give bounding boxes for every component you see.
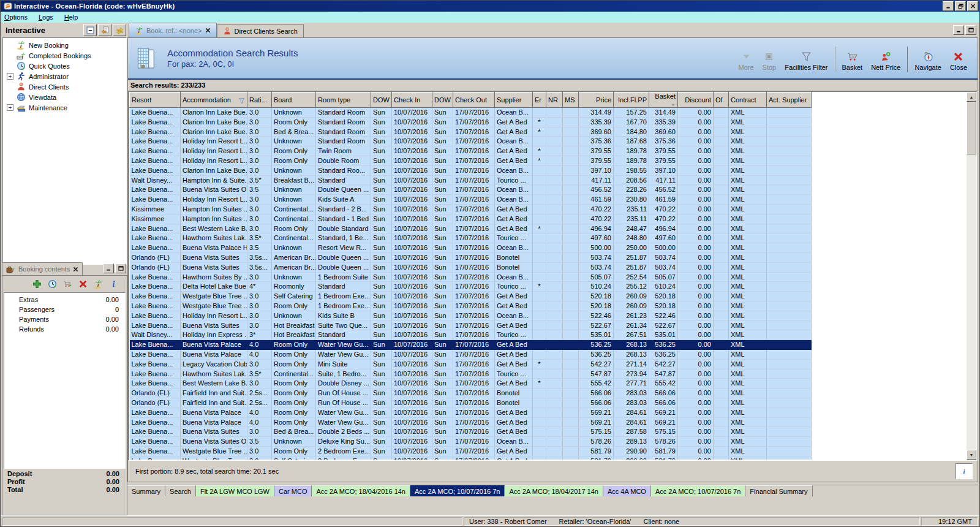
column-header-dow[interactable]: DOW [432, 93, 453, 108]
column-header-rati[interactable]: Rati... [247, 93, 272, 108]
column-header-ms[interactable]: MS [563, 93, 579, 108]
bottom-tab-flt-2a-lgw-mco-lgw[interactable]: Flt 2A LGW MCO LGW [196, 485, 274, 496]
titlebar[interactable]: Interactive - Ocean-Florida (code: wHvEB… [1, 1, 979, 12]
close-icon[interactable] [967, 1, 978, 11]
bottom-tab-acc-2a-mco-10-07-2016-7n[interactable]: Acc 2A MCO; 10/07/2016 7n [410, 485, 505, 496]
sidebar-item-quick-quotes[interactable]: Quick Quotes [3, 61, 126, 71]
result-row[interactable]: Lake Buena...Clarion Inn Lake Bue...3.0U… [130, 165, 812, 175]
column-header-room-type[interactable]: Room type [316, 93, 371, 108]
column-header-resort[interactable]: Resort [130, 93, 181, 108]
booking-contents-tab[interactable]: Booking contents [2, 262, 83, 275]
mdi-maximize-icon[interactable] [965, 25, 976, 35]
nett-price-button[interactable]: Nett Price [867, 44, 905, 72]
sidebar-item-maintenance[interactable]: +Maintenance [3, 102, 126, 113]
sidebar-item-direct-clients[interactable]: Direct Clients [3, 82, 126, 92]
stop-button[interactable]: Stop [758, 44, 781, 72]
scrollbar-thumb[interactable] [967, 102, 976, 154]
booking-contents-row-refunds[interactable]: Refunds0.00 [4, 324, 125, 334]
tab-direct-clients-search[interactable]: Direct Clients Search [217, 24, 304, 37]
result-row[interactable]: KissimmeeHampton Inn Suites ...3.0Contin… [130, 214, 812, 224]
minimize-icon[interactable] [943, 1, 954, 11]
column-header-act-supplier[interactable]: Act. Supplier [767, 93, 812, 108]
result-row[interactable]: Lake Buena...Westgate Blue Tree ...3.0Ro… [130, 301, 812, 311]
result-row[interactable]: Lake Buena...Buena Vista Suites O...3.5U… [130, 437, 812, 447]
booking-contents-close-icon[interactable] [73, 267, 78, 272]
result-row[interactable]: Lake Buena...Clarion Inn Lake Bue...3.0B… [130, 127, 812, 137]
filter-funnel-icon[interactable] [238, 97, 245, 104]
quick-quotes-icon[interactable] [48, 279, 57, 289]
restore-icon[interactable] [955, 1, 966, 11]
result-row[interactable]: Lake Buena...Holiday Inn Resort L...3.0U… [130, 311, 812, 320]
sidebar-item-viewdata[interactable]: Viewdata [3, 92, 126, 102]
result-row[interactable]: Lake Buena...Buena Vista Palace H...3.5U… [130, 243, 812, 253]
bottom-tab-acc-4a-mco[interactable]: Acc 4A MCO [603, 485, 651, 496]
sync-arrows-button[interactable] [113, 24, 126, 36]
navigate-button[interactable]: Navigate [910, 44, 945, 72]
result-row[interactable]: Lake Buena...Legacy Vacation Club...3.0R… [130, 359, 812, 369]
bottom-tab-acc-2a-mco-10-07-2016-7n[interactable]: Acc 2A MCO; 10/07/2016 7n [651, 485, 745, 496]
result-row[interactable]: Lake Buena...Holiday Inn Resort L...3.0U… [130, 195, 812, 205]
info-button[interactable]: i [956, 463, 973, 479]
column-header-of[interactable]: Of [714, 93, 729, 108]
bottom-tab-search[interactable]: Search [165, 485, 196, 496]
column-header-check-in[interactable]: Check In [392, 93, 432, 108]
result-row[interactable]: Lake Buena...Buena Vista Palace4.0Room O… [130, 349, 812, 359]
result-row[interactable]: Lake Buena...Holiday Inn Resort L...3.0U… [130, 137, 812, 146]
bottom-tab-acc-2a-mco-18-04-2017-14n[interactable]: Acc 2A MCO; 18/04/2017 14n [505, 485, 603, 496]
result-row[interactable]: Lake Buena...Best Western Lake B...3.0Ro… [130, 379, 812, 389]
column-header-nr[interactable]: NR [546, 93, 563, 108]
result-row[interactable]: Lake Buena...Buena Vista Suites O...3.5U… [130, 185, 812, 195]
sidebar-item-new-booking[interactable]: New Booking [3, 40, 126, 50]
mdi-minimize-icon[interactable] [953, 25, 964, 35]
column-header-board[interactable]: Board [272, 93, 316, 108]
scrollbar-track[interactable] [967, 102, 976, 450]
result-row[interactable]: Orlando (FL)Buena Vista Suites3.5s...Ame… [130, 262, 812, 272]
tab-close-icon[interactable] [205, 28, 211, 33]
palm-icon[interactable] [94, 279, 103, 289]
collapse-all-button[interactable] [83, 24, 97, 36]
more-button[interactable]: More [734, 44, 758, 72]
menu-logs[interactable]: Logs [39, 13, 53, 21]
menu-options[interactable]: Options [4, 13, 28, 21]
result-row[interactable]: Orlando (FL)Fairfield Inn and Suit...2.5… [130, 389, 812, 398]
panel-maximize-icon[interactable] [115, 264, 126, 273]
result-row[interactable]: Lake Buena...Westgate Blue Tree ...3.0Se… [130, 292, 812, 301]
column-header-price[interactable]: Price [579, 93, 614, 108]
result-row[interactable]: Lake Buena...Buena Vista Suites3.0Bed & … [130, 427, 812, 437]
sidebar-item-administrator[interactable]: +Administrator [3, 71, 126, 82]
cart-add-icon[interactable] [63, 279, 72, 289]
result-row[interactable]: Lake Buena...Best Western Lake B...3.0Ro… [130, 224, 812, 233]
vertical-scrollbar[interactable]: ▲ ▼ [967, 92, 976, 460]
booking-contents-row-payments[interactable]: Payments0.00 [4, 314, 125, 324]
result-row[interactable]: Orlando (FL)Fairfield Inn and Suit...2.5… [130, 398, 812, 408]
bottom-tab-car-mco[interactable]: Car MCO [274, 485, 312, 496]
facilities-filter-button[interactable]: Facilities Filter [780, 44, 832, 72]
booking-contents-row-passengers[interactable]: Passengers0 [4, 305, 125, 314]
result-row[interactable]: Lake Buena...Delta Hotel Lake Bue...4*Ro… [130, 282, 812, 292]
scroll-down-icon[interactable]: ▼ [967, 450, 976, 460]
column-header-discount[interactable]: Discount [678, 93, 714, 108]
result-row[interactable]: KissimmeeHampton Inn Suites ...3.0Contin… [130, 204, 812, 214]
result-row[interactable]: Walt Disney...Holiday Inn Express ...3*H… [130, 330, 812, 340]
expander-plus-icon[interactable]: + [7, 73, 13, 80]
add-icon[interactable] [32, 279, 42, 289]
result-row[interactable]: Lake Buena...Holiday Inn Resort L...3.0R… [130, 156, 812, 165]
sync-page-button[interactable] [98, 24, 111, 36]
result-row[interactable]: Lake Buena...Westgate Blue Tree ...3.0Se… [130, 456, 812, 461]
column-header-accommodation[interactable]: Accommodation [181, 93, 247, 108]
result-row[interactable]: Lake Buena...Hawthorn Suites Lak...3.5*C… [130, 233, 812, 243]
result-row[interactable]: Lake Buena...Clarion Inn Lake Bue...3.0U… [130, 108, 812, 118]
panel-minimize-icon[interactable] [103, 264, 114, 273]
bottom-tab-acc-2a-mco-18-04-2016-14n[interactable]: Acc 2A MCO; 18/04/2016 14n [312, 485, 410, 496]
column-header-check-out[interactable]: Check Out [453, 93, 495, 108]
column-header-basket[interactable]: Basket [649, 93, 678, 108]
result-row[interactable]: Lake Buena...Westgate Blue Tree ...3.0Ro… [130, 446, 812, 456]
result-row[interactable]: Lake Buena...Buena Vista Suites3.0Hot Br… [130, 320, 812, 330]
expander-plus-icon[interactable]: + [7, 104, 13, 111]
scroll-up-icon[interactable]: ▲ [967, 92, 976, 102]
column-header-er[interactable]: Er [533, 93, 546, 108]
column-header-supplier[interactable]: Supplier [495, 93, 533, 108]
result-row[interactable]: Lake Buena...Buena Vista Palace4.0Room O… [130, 417, 812, 427]
result-row[interactable]: Lake Buena...Hawthorn Suites By ...3.0Un… [130, 272, 812, 282]
booking-contents-row-extras[interactable]: Extras0.00 [4, 295, 125, 305]
